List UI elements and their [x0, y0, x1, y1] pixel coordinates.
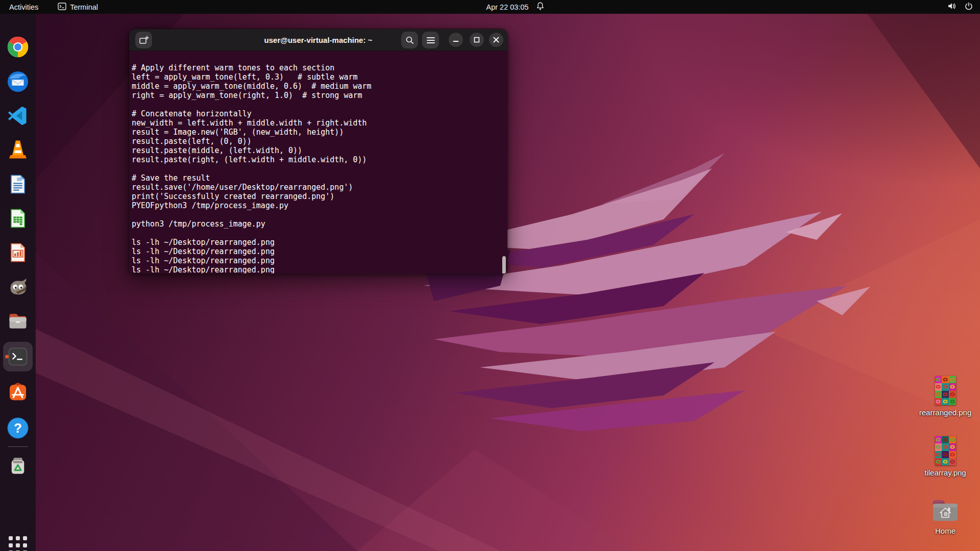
focused-app-name: Terminal [70, 3, 98, 11]
vlc-icon [7, 138, 29, 161]
maximize-button[interactable] [470, 33, 484, 47]
show-applications-button[interactable] [9, 536, 27, 551]
dock-item-software[interactable] [3, 377, 33, 407]
dock-divider [8, 446, 28, 447]
terminal-output: # Apply different warm tones to each sec… [132, 63, 502, 274]
home-folder-icon [930, 496, 961, 527]
terminal-window: user@user-virtual-machine: ~ # Apply dif… [129, 29, 508, 274]
terminal-line: print('Successfully created rearranged.p… [132, 192, 502, 201]
terminal-line: new_width = left.width + middle.width + … [132, 118, 502, 128]
terminal-line: result = Image.new('RGB', (new_width, he… [132, 128, 502, 137]
google-chrome-icon [6, 35, 30, 59]
new-tab-button[interactable] [135, 32, 152, 48]
terminal-scrollbar[interactable] [502, 256, 506, 274]
dock-item-files[interactable] [3, 306, 33, 336]
close-button[interactable] [489, 33, 503, 47]
desktop-icon-label: Home [935, 527, 955, 535]
terminal-line: python3 /tmp/process_image.py [132, 219, 502, 229]
terminal-line: result.paste(right, (left.width + middle… [132, 155, 502, 164]
menu-button[interactable] [422, 32, 439, 48]
terminal-line: # Concatenate horizontally [132, 109, 502, 118]
window-title: user@user-virtual-machine: ~ [264, 36, 373, 44]
terminal-line [132, 100, 502, 109]
dock-item-terminal[interactable] [3, 342, 33, 371]
terminal-line: result.save('/home/user/Desktop/rearrang… [132, 183, 502, 192]
desktop-icon-tilearray[interactable]: tilearray.png [915, 436, 976, 477]
terminal-line: ls -lh ~/Desktop/rearranged.png [132, 256, 502, 265]
dock-item-trash[interactable] [3, 451, 33, 481]
rearranged-thumbnail [935, 376, 956, 405]
terminal-line: ls -lh ~/Desktop/rearranged.png [132, 265, 502, 274]
help-icon: ? [6, 416, 30, 440]
volume-icon [947, 2, 957, 12]
dock-item-vscode[interactable] [3, 101, 33, 131]
terminal-line: left = apply_warm_tone(left, 0.3) # subt… [132, 72, 502, 82]
terminal-line [132, 210, 502, 219]
terminal-line: # Apply different warm tones to each sec… [132, 63, 502, 72]
notification-bell-icon [536, 2, 545, 12]
dock-item-vlc[interactable] [3, 135, 33, 164]
libreoffice-calc-icon [7, 208, 29, 229]
terminal-line [132, 164, 502, 173]
desktop-icon-label: rearranged.png [919, 408, 972, 417]
terminal-icon [7, 346, 29, 367]
files-icon [7, 310, 29, 332]
tilearray-thumbnail [935, 436, 956, 465]
dock-item-gimp[interactable] [3, 272, 33, 302]
libreoffice-impress-icon [7, 242, 29, 263]
clock-text: Apr 22 03:05 [486, 3, 528, 11]
dock-item-chrome[interactable] [3, 32, 33, 62]
power-icon [965, 2, 973, 12]
gimp-icon [6, 275, 30, 298]
terminal-line: PYEOFpython3 /tmp/process_image.py [132, 201, 502, 210]
dock-item-impress[interactable] [3, 238, 33, 267]
dock: ? [0, 14, 36, 551]
ubuntu-software-icon [7, 381, 29, 403]
search-button[interactable] [401, 32, 418, 48]
svg-text:?: ? [14, 421, 22, 435]
terminal-line: result.paste(left, (0, 0)) [132, 137, 502, 146]
desktop-icon-home[interactable]: Home [915, 496, 976, 535]
terminal-line: right = apply_warm_tone(right, 1.0) # st… [132, 91, 502, 100]
running-indicator-dot [5, 355, 9, 359]
dock-item-help[interactable]: ? [3, 413, 33, 443]
terminal-line: ls -lh ~/Desktop/rearranged.png [132, 238, 502, 247]
desktop-icon-label: tilearray.png [924, 468, 966, 477]
libreoffice-writer-icon [7, 173, 29, 195]
system-status-area[interactable] [947, 0, 973, 14]
terminal-mini-icon [58, 3, 66, 12]
desktop-icon-rearranged[interactable]: rearranged.png [915, 376, 976, 417]
thunderbird-mail-icon [6, 70, 30, 93]
dock-item-writer[interactable] [3, 169, 33, 199]
trash-icon [7, 455, 29, 477]
activities-button[interactable]: Activities [9, 0, 38, 14]
minimize-button[interactable] [449, 33, 463, 47]
terminal-line: # Save the result [132, 173, 502, 183]
dock-item-thunderbird[interactable] [3, 67, 33, 96]
terminal-titlebar[interactable]: user@user-virtual-machine: ~ [129, 29, 507, 51]
focused-app-menu[interactable]: Terminal [58, 0, 98, 14]
vscode-icon [7, 105, 29, 127]
terminal-line [132, 229, 502, 238]
terminal-content[interactable]: # Apply different warm tones to each sec… [129, 51, 507, 274]
top-bar: Activities Terminal Apr 22 03:05 [0, 0, 980, 14]
clock-menu[interactable]: Apr 22 03:05 [486, 0, 545, 14]
terminal-line: middle = apply_warm_tone(middle, 0.6) # … [132, 82, 502, 91]
terminal-line: result.paste(middle, (left.width, 0)) [132, 146, 502, 155]
dock-item-calc[interactable] [3, 204, 33, 233]
terminal-line: ls -lh ~/Desktop/rearranged.png [132, 247, 502, 256]
